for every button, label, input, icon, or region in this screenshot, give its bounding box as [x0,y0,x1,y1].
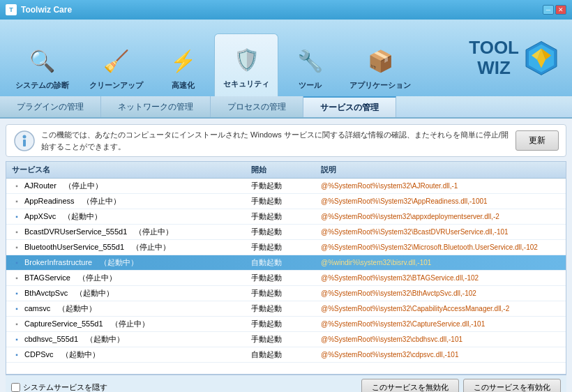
update-button[interactable]: 更新 [515,130,559,151]
nav-item-diagnosis[interactable]: 🔍 システムの診断 [7,33,77,96]
service-start: 手動起動 [251,211,321,222]
table-row[interactable]: ▪ CDPSvc （起動中） 自動起動 @%SystemRoot%\system… [6,347,566,363]
services-header: サービス名 開始 説明 [6,162,566,179]
table-row[interactable]: ▪ AppXSvc （起動中） 手動起動 @%SystemRoot%\syste… [6,209,566,225]
title-bar-left: T Toolwiz Care [6,4,72,15]
service-start: 自動起動 [251,349,321,360]
nav-label-apps: アプリケーション [349,80,411,91]
table-row[interactable]: ▪ camsvc （起動中） 手動起動 @%SystemRoot%\system… [6,301,566,317]
table-row[interactable]: ▪ BthAvctpSvc （起動中） 手動起動 @%SystemRoot%\s… [6,286,566,301]
brand: TOOL WIZ [469,38,558,77]
nav-item-tools[interactable]: 🔧 ツール [282,33,338,96]
close-button[interactable]: ✕ [555,5,566,15]
brand-logo [525,40,558,76]
services-area: サービス名 開始 説明 ▪ AJRouter （停止中） 手動起動 @%Syst… [6,161,566,375]
service-desc: @%SystemRoot%\System32\AppReadiness.dll,… [321,197,560,205]
table-row[interactable]: ▪ AJRouter （停止中） 手動起動 @%SystemRoot%\syst… [6,179,566,194]
service-desc: @%SystemRoot%\system32\appxdeploymentser… [321,213,560,220]
table-row[interactable]: ▪ BTAGService （停止中） 手動起動 @%SystemRoot%\s… [6,271,566,286]
tab-network[interactable]: ネットワークの管理 [101,96,211,117]
service-name: ▪ BTAGService （停止中） [12,273,251,283]
title-bar-title: Toolwiz Care [21,5,72,15]
col-header-start: 開始 [251,165,321,175]
info-text: この機能では、あなたのコンピュータにインストールされた Windows サービス… [41,129,515,152]
footer-controls: システムサービスを隠す このサービスを無効化 このサービスを有効化 [6,375,566,392]
col-header-name: サービス名 [12,165,251,175]
service-name: ▪ AppReadiness （停止中） [12,196,251,206]
service-desc: @%SystemRoot%\System32\Microsoft.Bluetoo… [321,243,560,251]
table-row[interactable]: ▪ BluetoothUserService_555d1 （停止中） 手動起動 … [6,240,566,255]
service-start: 手動起動 [251,319,321,329]
service-start: 手動起動 [251,273,321,283]
brand-text: TOOL WIZ [469,38,519,77]
nav-items: 🔍 システムの診断 🧹 クリーンアップ ⚡ 高速化 🛡️ セキュリティ 🔧 ツー… [0,20,419,96]
service-desc: @%SystemRoot%\system32\cbdhsvc.dll,-101 [321,336,560,343]
checkbox-area: システムサービスを隠す [11,382,107,392]
minimize-button[interactable]: ─ [543,5,554,15]
service-icon: ▪ [12,335,22,345]
nav-label-security: セキュリティ [223,79,269,89]
service-name: ▪ AJRouter （停止中） [12,181,251,191]
header: 🔍 システムの診断 🧹 クリーンアップ ⚡ 高速化 🛡️ セキュリティ 🔧 ツー… [0,20,572,96]
service-start: 手動起動 [251,196,321,206]
nav-icon-cleanup: 🧹 [100,44,133,77]
title-bar-controls: ─ ✕ [543,5,566,15]
service-desc: @%SystemRoot%\system32\CapabilityAccessM… [321,305,560,312]
tab-plugins[interactable]: プラグインの管理 [0,96,101,117]
content: この機能では、あなたのコンピュータにインストールされた Windows サービス… [0,119,572,392]
nav-label-cleanup: クリーンアップ [89,80,143,91]
table-row[interactable]: ▪ AppReadiness （停止中） 手動起動 @%SystemRoot%\… [6,194,566,209]
nav-label-diagnosis: システムの診断 [15,80,69,91]
service-icon: ▪ [12,273,22,283]
service-icon: ▪ [12,212,22,222]
service-name: ▪ CaptureService_555d1 （停止中） [12,319,251,329]
enable-service-button[interactable]: このサービスを有効化 [463,379,561,392]
table-row[interactable]: ▪ BrokerInfrastructure （起動中） 自動起動 @%wind… [6,255,566,271]
service-icon: ▪ [12,258,22,268]
service-start: 手動起動 [251,334,321,345]
service-name: ▪ camsvc （起動中） [12,303,251,314]
service-icon: ▪ [12,243,22,252]
nav-item-speedup[interactable]: ⚡ 高速化 [155,33,211,96]
service-start: 手動起動 [251,242,321,252]
service-start: 手動起動 [251,227,321,237]
system-services-checkbox[interactable] [11,383,20,392]
service-desc: @%SystemRoot%\system32\cdpsvc.dll,-101 [321,351,560,359]
nav-icon-diagnosis: 🔍 [26,44,59,77]
service-desc: @%SystemRoot%\system32\AJRouter.dll,-1 [321,182,560,190]
service-start: 手動起動 [251,303,321,314]
nav-icon-tools: 🔧 [293,44,326,77]
service-desc: @%SystemRoot%\System32\BcastDVRUserServi… [321,228,560,236]
col-header-desc: 説明 [321,165,560,175]
nav-label-speedup: 高速化 [172,80,195,91]
svg-point-6 [23,135,27,138]
nav-label-tools: ツール [299,80,322,91]
nav-item-cleanup[interactable]: 🧹 クリーンアップ [81,33,151,96]
service-icon: ▪ [12,227,22,237]
service-desc: @%SystemRoot%\system32\BTAGService.dll,-… [321,274,560,282]
info-bar: この機能では、あなたのコンピュータにインストールされた Windows サービス… [6,124,566,157]
tab-services[interactable]: サービスの管理 [303,96,396,117]
service-name: ▪ BluetoothUserService_555d1 （停止中） [12,242,251,252]
nav-icon-apps: 📦 [363,44,397,77]
service-start: 自動起動 [251,257,321,268]
nav-icon-speedup: ⚡ [166,44,200,77]
tab-process[interactable]: プロセスの管理 [211,96,303,117]
service-icon: ▪ [12,350,22,360]
nav-item-security[interactable]: 🛡️ セキュリティ [214,33,278,96]
service-name: ▪ AppXSvc （起動中） [12,211,251,222]
service-icon: ▪ [12,319,22,329]
service-start: 手動起動 [251,181,321,191]
app-icon: T [6,4,17,15]
table-row[interactable]: ▪ BcastDVRUserService_555d1 （停止中） 手動起動 @… [6,225,566,240]
services-list[interactable]: ▪ AJRouter （停止中） 手動起動 @%SystemRoot%\syst… [6,179,566,374]
tabs: プラグインの管理ネットワークの管理プロセスの管理サービスの管理 [0,96,572,119]
service-name: ▪ CDPSvc （起動中） [12,349,251,360]
disable-service-button[interactable]: このサービスを無効化 [361,379,459,392]
title-bar: T Toolwiz Care ─ ✕ [0,0,572,20]
service-desc: @%windir%\system32\bisrv.dll,-101 [321,259,560,266]
table-row[interactable]: ▪ cbdhsvc_555d1 （起動中） 手動起動 @%SystemRoot%… [6,332,566,347]
service-name: ▪ BrokerInfrastructure （起動中） [12,257,251,268]
nav-item-apps[interactable]: 📦 アプリケーション [341,33,419,96]
table-row[interactable]: ▪ CaptureService_555d1 （停止中） 手動起動 @%Syst… [6,317,566,332]
